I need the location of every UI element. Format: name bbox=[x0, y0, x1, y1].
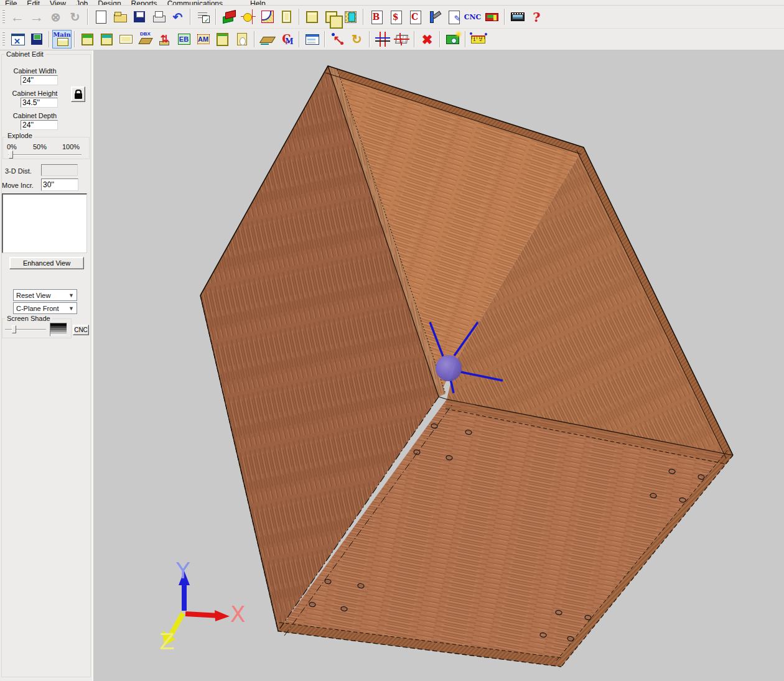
menu-item-job[interactable]: Job bbox=[71, 0, 93, 6]
toolbar-button-open-folder[interactable] bbox=[110, 7, 129, 26]
toolbar-button-auto-machining[interactable]: AM bbox=[194, 30, 213, 49]
materials-icon bbox=[222, 9, 236, 24]
toolbar-button-cabinet-front[interactable] bbox=[302, 7, 322, 26]
delete-icon: ✖ bbox=[420, 32, 435, 47]
door-style-icon bbox=[282, 11, 291, 23]
menu-item-communications[interactable]: Communications bbox=[162, 0, 228, 6]
axis-x-label: X bbox=[230, 601, 246, 627]
toolbar-button-main-view[interactable]: Main bbox=[52, 30, 72, 49]
screen-shade-slider-thumb[interactable] bbox=[12, 325, 16, 333]
toolbar-button-cabinet-copy[interactable] bbox=[322, 7, 341, 26]
toolbar-button-cutlist-document[interactable]: C bbox=[405, 7, 424, 26]
toolbar-button-dbx-drawer[interactable]: DBX bbox=[136, 30, 155, 49]
construction-tools-icon bbox=[427, 9, 442, 24]
toolbar-button-dado-rails[interactable] bbox=[373, 30, 392, 49]
toolbar-button-bid-document[interactable]: B bbox=[366, 7, 386, 26]
toolbar-button-materials[interactable] bbox=[219, 7, 238, 26]
dimensions-ruler-icon: 1 2 bbox=[471, 35, 485, 44]
menu-item-view[interactable]: View bbox=[45, 0, 71, 6]
content-area: Cabinet Edit Cabinet Width Cabinet Heigh… bbox=[0, 50, 784, 681]
toolbar-button-close-window[interactable]: ✕ bbox=[7, 30, 27, 49]
toolbar-button-door-style[interactable] bbox=[277, 7, 296, 26]
toolbar-button-floorplan[interactable] bbox=[341, 7, 360, 26]
explode-slider-thumb[interactable] bbox=[9, 151, 13, 159]
cabinet-edit-panel: Cabinet Edit Cabinet Width Cabinet Heigh… bbox=[0, 50, 92, 681]
main-view-icon: Main bbox=[55, 32, 70, 47]
toolbar-button-nesting-grid[interactable] bbox=[392, 30, 411, 49]
toolbar-button-save[interactable] bbox=[129, 7, 149, 26]
view-select-value: Reset View bbox=[16, 292, 50, 299]
selection-listbox[interactable] bbox=[2, 193, 87, 253]
toolbar-button-connection-dialog[interactable] bbox=[302, 30, 322, 49]
toolbar-separator bbox=[215, 9, 217, 25]
toolbar-button-dimensions-ruler[interactable]: 1 2 bbox=[469, 30, 488, 49]
toolbar-button-edge-banding[interactable]: EB bbox=[174, 30, 194, 49]
toolbar-button-refresh[interactable]: ↻ bbox=[65, 7, 85, 26]
toolbar-button-edge-adjust[interactable]: ⇅ bbox=[155, 30, 174, 49]
toolbar-button-wall-assembly[interactable] bbox=[97, 30, 116, 49]
menu-item-help[interactable]: Help bbox=[245, 0, 271, 6]
explode-slider-track[interactable] bbox=[8, 154, 82, 155]
cabinet-width-label: Cabinet Width bbox=[0, 67, 70, 75]
price-document-icon: $ bbox=[388, 9, 403, 24]
toolbar-button-delete[interactable]: ✖ bbox=[418, 30, 437, 49]
view-select[interactable]: Reset View ▼ bbox=[13, 289, 77, 301]
panel-title: Cabinet Edit bbox=[4, 50, 45, 58]
move-incr-input[interactable] bbox=[41, 178, 78, 191]
toolbar-button-forward-arrow[interactable]: → bbox=[27, 7, 46, 26]
chevron-down-icon: ▼ bbox=[68, 305, 74, 312]
stop-icon: ⊗ bbox=[49, 9, 63, 24]
cabinet-depth-input[interactable] bbox=[21, 120, 58, 130]
enhanced-view-button[interactable]: Enhanced View bbox=[9, 257, 84, 269]
toolbar-button-panel-layout[interactable] bbox=[482, 7, 502, 26]
toolbar-button-presentation[interactable] bbox=[508, 7, 527, 26]
3d-viewport[interactable]: Y X Z bbox=[92, 50, 784, 681]
toolbar-button-tall-cabinet[interactable] bbox=[213, 30, 232, 49]
toolbar-button-base-assembly[interactable] bbox=[78, 30, 97, 49]
toolbar-button-help[interactable]: ? bbox=[527, 7, 546, 26]
toolbar-button-construction-tools[interactable] bbox=[424, 7, 444, 26]
toolbar-button-drawer-box[interactable] bbox=[116, 30, 136, 49]
toolbar-button-board-stock[interactable] bbox=[258, 30, 277, 49]
lock-icon bbox=[75, 93, 82, 99]
toolbar-button-arched-part[interactable] bbox=[232, 30, 251, 49]
toolbar-button-rotate-view[interactable]: ↻ bbox=[347, 30, 366, 49]
toolbar-button-undo[interactable]: ↶ bbox=[168, 7, 187, 26]
toolbar-button-spec-edit[interactable]: ✎ bbox=[444, 7, 463, 26]
cplane-select[interactable]: C-Plane Front ▼ bbox=[13, 302, 77, 314]
help-icon: ? bbox=[530, 9, 544, 24]
menu-item-design[interactable]: Design bbox=[93, 0, 126, 6]
screen-shade-slider-track[interactable] bbox=[5, 329, 46, 330]
toolbar-separator bbox=[299, 31, 300, 47]
toolbar-button-point-select[interactable]: ↖ bbox=[328, 30, 347, 49]
custom-machining-icon: CM bbox=[279, 32, 294, 47]
toolbar-gripper[interactable] bbox=[2, 32, 5, 47]
explode-tick-100: 100% bbox=[62, 143, 80, 151]
toolbar-gripper[interactable] bbox=[2, 9, 5, 24]
toolbar-separator bbox=[299, 9, 300, 25]
menu-item-edit[interactable]: Edit bbox=[22, 0, 45, 6]
cabinet-width-input[interactable] bbox=[21, 75, 58, 85]
menu-item-reports[interactable]: Reports bbox=[126, 0, 162, 6]
toolbar-button-save-cabinet[interactable] bbox=[27, 30, 46, 49]
toolbar-button-render-snapshot[interactable] bbox=[443, 30, 462, 49]
cnc-shade-button[interactable]: CNC bbox=[73, 325, 89, 335]
toolbar-button-price-document[interactable]: $ bbox=[386, 7, 405, 26]
toolbar-button-node-edit[interactable] bbox=[238, 7, 258, 26]
toolbar-button-molding-profile[interactable] bbox=[258, 7, 277, 26]
cnc-output-icon: CNC bbox=[465, 9, 480, 24]
lock-height-button[interactable] bbox=[71, 86, 85, 102]
toolbar-button-stop[interactable]: ⊗ bbox=[46, 7, 65, 26]
wall-assembly-icon bbox=[101, 34, 113, 45]
panel-layout-icon bbox=[485, 13, 498, 21]
toolbar-button-options[interactable]: ✓ bbox=[194, 7, 213, 26]
auto-machining-icon: AM bbox=[197, 34, 210, 44]
toolbar-button-back-arrow[interactable]: ← bbox=[7, 7, 27, 26]
menu-item-file[interactable]: File bbox=[0, 0, 22, 6]
toolbar-button-print[interactable] bbox=[149, 7, 168, 26]
toolbar-button-new-document[interactable] bbox=[91, 7, 110, 26]
toolbar-button-custom-machining[interactable]: CM bbox=[277, 30, 296, 49]
cabinet-height-input[interactable] bbox=[21, 98, 58, 108]
assembly-point-sphere[interactable] bbox=[436, 355, 462, 381]
toolbar-button-cnc-output[interactable]: CNC bbox=[463, 7, 482, 26]
